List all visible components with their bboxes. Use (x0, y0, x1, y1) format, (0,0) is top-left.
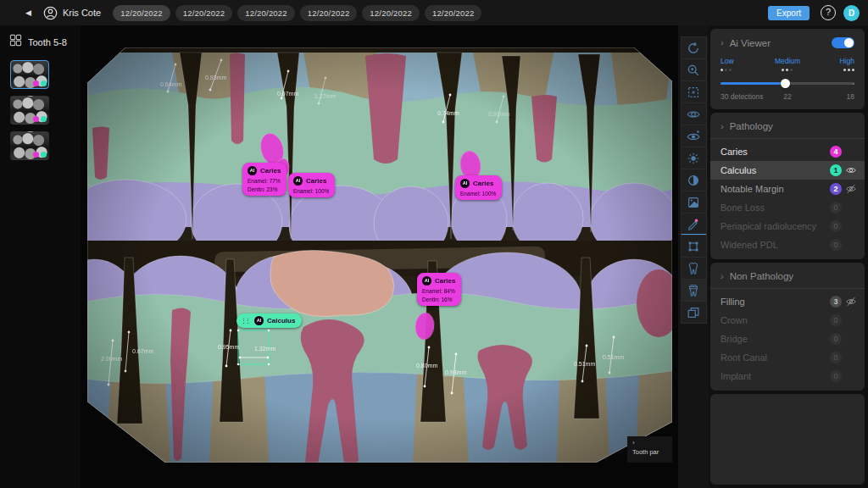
chevron-right-icon: › (632, 439, 667, 446)
calculus-detection-label[interactable]: ⋮⋮AICalculus (236, 313, 302, 328)
count-badge: 0 (830, 352, 842, 363)
levels-tool[interactable] (681, 191, 707, 214)
count-badge: 4 (830, 146, 842, 158)
count-badge: 0 (830, 333, 842, 345)
pathology-row-widened-pdl[interactable]: Widened PDL0 (710, 236, 865, 254)
eye-hidden-icon[interactable] (845, 183, 857, 195)
sensitivity-level-medium[interactable]: Medium (765, 57, 810, 71)
date-tab[interactable]: 12/20/2022 (113, 5, 170, 21)
slider-thumb[interactable] (781, 79, 790, 88)
tooth-crown-tool[interactable] (681, 279, 707, 302)
detection-counts: 30 detections2218 (710, 88, 865, 109)
caries-detection-label[interactable]: AICariesEnamel: 77%Dentin: 23% (242, 163, 287, 196)
chevron-right-icon: › (721, 122, 724, 131)
pathology-row-periapical-radiolucency[interactable]: Periapical radiolucency0 (710, 217, 865, 236)
ai-viewer-toggle[interactable] (832, 37, 854, 48)
detection-count: 30 detections (721, 92, 764, 101)
finding-label: Filling (721, 297, 830, 307)
caries-detection-label[interactable]: AICariesEnamel: 100% (455, 175, 502, 200)
visibility-toggle-slot[interactable] (842, 296, 857, 308)
slider-end-dot (853, 83, 855, 86)
sensitivity-level-high[interactable]: High (810, 57, 854, 71)
layout-tool[interactable] (681, 301, 707, 324)
date-tab[interactable]: 12/20/2022 (362, 5, 420, 21)
pathology-rows: Caries4Calculus1Notable Margin2Bone Loss… (710, 142, 865, 259)
zoom-in-icon (686, 63, 701, 78)
non-pathology-row-root-canal[interactable]: Root Canal0 (710, 348, 865, 367)
finding-tag-dot (33, 152, 39, 158)
date-tab[interactable]: 12/20/2022 (425, 5, 482, 21)
eye-icon (686, 107, 701, 122)
thumbnail-list (0, 60, 81, 160)
finding-label: Root Canal (721, 352, 830, 363)
tool-column (678, 25, 709, 488)
xray-image[interactable]: 0.64mm0.93mm0.97mm1.27mm0.74mm0.91mm2.00… (87, 47, 672, 463)
eye-tool[interactable] (681, 103, 707, 125)
visibility-toggle-slot[interactable] (842, 183, 857, 195)
caries-detection-label[interactable]: AICariesEnamel: 100% (288, 173, 335, 197)
patient-name: Kris Cote (63, 8, 101, 18)
annotate-pen-tool[interactable] (681, 213, 707, 236)
caries-detection-label[interactable]: AICariesEnamel: 84%Dentin: 16% (417, 273, 461, 306)
bounding-box-tool[interactable] (681, 235, 707, 258)
slider-fill (721, 82, 785, 85)
chevron-right-icon: › (721, 272, 724, 281)
person-icon (43, 6, 58, 20)
xray-thumbnail[interactable] (10, 60, 49, 89)
confidence-line: Enamel: 77% (248, 178, 281, 184)
detection-label-header: AICaries (422, 276, 455, 286)
pathology-row-caries[interactable]: Caries4 (710, 142, 865, 161)
zoom-in-tool[interactable] (681, 58, 707, 81)
level-label: Medium (775, 57, 800, 65)
xray-canvas[interactable]: 0.64mm0.93mm0.97mm1.27mm0.74mm0.91mm2.00… (87, 47, 672, 463)
ai-viewer-header[interactable]: › Ai Viewer (710, 29, 865, 55)
ai-badge-icon: AI (422, 276, 431, 286)
pathology-row-bone-loss[interactable]: Bone Loss0 (710, 198, 865, 217)
drag-handle-icon[interactable]: ⋮⋮ (241, 318, 249, 324)
detection-label-header: AICaries (248, 166, 281, 175)
ai-viewer-panel: › Ai Viewer LowMediumHigh 30 detections2… (710, 29, 865, 109)
non-pathology-row-implant[interactable]: Implant0 (710, 367, 865, 385)
non-pathology-row-crown[interactable]: Crown0 (710, 311, 865, 330)
pathology-row-calculus[interactable]: Calculus1 (710, 161, 865, 180)
eye-visible-icon[interactable] (845, 164, 857, 176)
series-header[interactable]: Tooth 5-8 (9, 34, 81, 50)
non-pathology-row-bridge[interactable]: Bridge0 (710, 330, 865, 348)
date-tab[interactable]: 12/20/2022 (237, 5, 295, 21)
rotate-tool[interactable] (681, 36, 707, 59)
expand-selection-tool[interactable] (681, 80, 707, 103)
tooth-tool[interactable] (681, 257, 707, 280)
non-pathology-row-filling[interactable]: Filling3 (710, 292, 865, 311)
tooth-parts-panel[interactable]: › Tooth par (627, 436, 672, 463)
sensitivity-level-low[interactable]: Low (721, 57, 765, 71)
count-badge: 0 (830, 239, 842, 251)
non-pathology-header[interactable]: › Non Pathology (710, 263, 865, 289)
user-avatar[interactable]: D (843, 5, 860, 21)
xray-thumbnail[interactable] (10, 96, 49, 125)
date-tab[interactable]: 12/20/2022 (300, 5, 358, 21)
pathology-row-notable-margin[interactable]: Notable Margin2 (710, 180, 865, 198)
app-window: ◀ Kris Cote 12/20/202212/20/202212/20/20… (0, 0, 868, 488)
back-button[interactable]: ◀ (25, 8, 31, 17)
help-icon[interactable]: ? (821, 5, 836, 20)
count-badge: 0 (830, 314, 842, 326)
visibility-toggle-slot[interactable] (842, 164, 857, 176)
detection-type-label: Caries (306, 177, 326, 185)
count-badge: 3 (830, 296, 842, 308)
xray-thumbnail[interactable] (10, 131, 49, 160)
eye-hidden-icon[interactable] (845, 296, 857, 308)
brightness-tool[interactable] (681, 147, 707, 169)
patient-chip[interactable]: Kris Cote (43, 6, 101, 20)
sensitivity-slider[interactable] (721, 79, 854, 88)
contrast-tool[interactable] (681, 169, 707, 191)
left-sidebar: Tooth 5-8 (0, 25, 81, 488)
level-dots-icon (782, 69, 793, 71)
export-button[interactable]: Export (768, 6, 810, 20)
detection-label-header: AICaries (293, 176, 329, 186)
date-tab[interactable]: 12/20/2022 (175, 5, 233, 21)
ai-eye-tool[interactable] (681, 125, 707, 147)
tooth-crown-icon (686, 283, 701, 298)
pathology-header[interactable]: › Pathology (710, 113, 865, 139)
detection-label-header: AICaries (460, 179, 496, 188)
layout-icon (686, 305, 701, 320)
